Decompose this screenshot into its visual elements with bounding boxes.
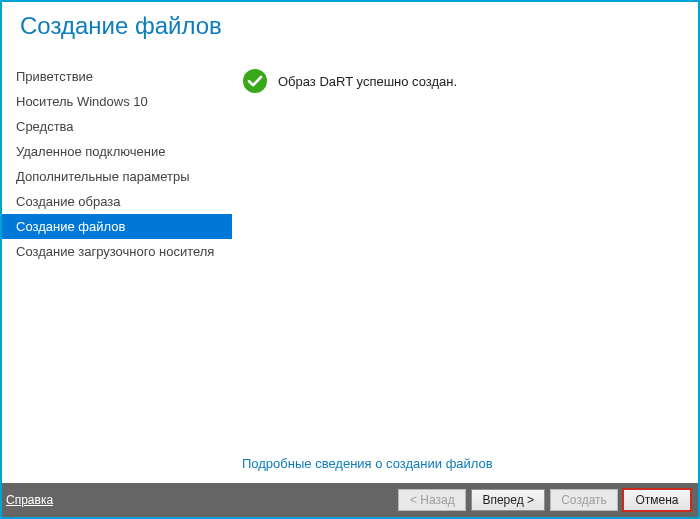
sidebar-item-0[interactable]: Приветствие	[2, 64, 232, 89]
wizard-header: Создание файлов	[2, 2, 698, 46]
create-button[interactable]: Создать	[550, 489, 618, 511]
sidebar-item-6[interactable]: Создание файлов	[2, 214, 232, 239]
details-link[interactable]: Подробные сведения о создании файлов	[242, 448, 678, 483]
back-button[interactable]: < Назад	[398, 489, 466, 511]
wizard-body: ПриветствиеНоситель Windows 10СредстваУд…	[2, 46, 698, 483]
cancel-button[interactable]: Отмена	[623, 489, 691, 511]
sidebar-item-1[interactable]: Носитель Windows 10	[2, 89, 232, 114]
next-button[interactable]: Вперед >	[471, 489, 545, 511]
sidebar-item-3[interactable]: Удаленное подключение	[2, 139, 232, 164]
check-circle-icon	[242, 68, 268, 94]
main-spacer	[242, 94, 678, 448]
wizard-sidebar: ПриветствиеНоситель Windows 10СредстваУд…	[2, 46, 232, 483]
wizard-footer: Справка < Назад Вперед > Создать Отмена	[2, 483, 698, 517]
wizard-main: Образ DaRT успешно создан. Подробные све…	[232, 46, 698, 483]
sidebar-item-2[interactable]: Средства	[2, 114, 232, 139]
wizard-window: Создание файлов ПриветствиеНоситель Wind…	[0, 0, 700, 519]
help-link[interactable]: Справка	[6, 493, 53, 507]
status-text: Образ DaRT успешно создан.	[278, 74, 457, 89]
page-title: Создание файлов	[20, 12, 680, 40]
sidebar-item-7[interactable]: Создание загрузочного носителя	[2, 239, 232, 264]
sidebar-item-4[interactable]: Дополнительные параметры	[2, 164, 232, 189]
svg-point-0	[243, 69, 267, 93]
status-row: Образ DaRT успешно создан.	[242, 68, 678, 94]
sidebar-item-5[interactable]: Создание образа	[2, 189, 232, 214]
